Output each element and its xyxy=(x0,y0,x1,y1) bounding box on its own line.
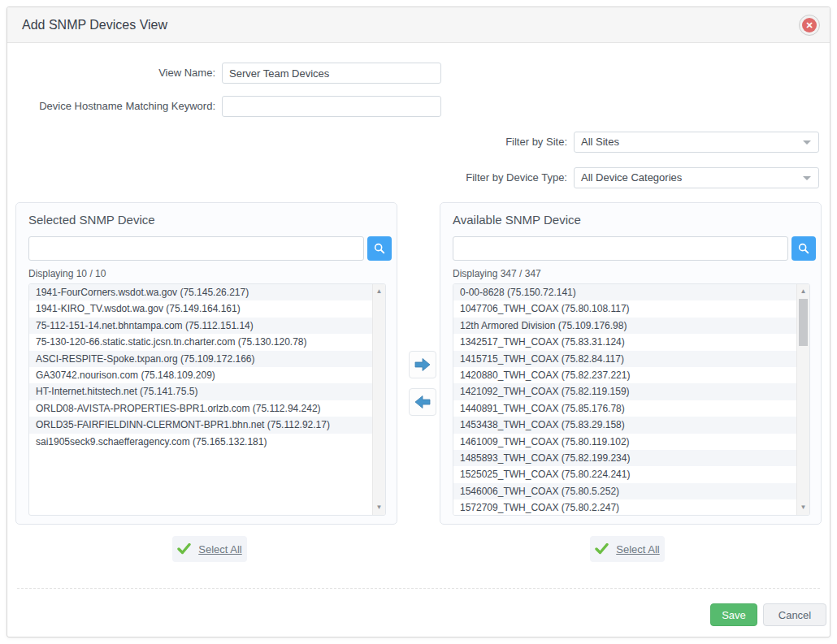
chevron-down-icon xyxy=(803,140,811,145)
available-search-input[interactable] xyxy=(453,236,788,261)
view-name-label: View Name: xyxy=(7,63,215,84)
list-item[interactable]: 1421092_TWH_COAX (75.82.119.159) xyxy=(453,383,796,400)
close-icon: ✕ xyxy=(802,18,817,32)
scrollbar-thumb[interactable] xyxy=(799,299,808,346)
cancel-button[interactable]: Cancel xyxy=(763,603,826,626)
scroll-up-icon[interactable]: ▲ xyxy=(373,286,385,297)
keyword-label: Device Hostname Matching Keyword: xyxy=(7,96,215,117)
list-item[interactable]: 1525025_TWH_COAX (75.80.224.241) xyxy=(453,466,796,482)
scroll-up-icon[interactable]: ▲ xyxy=(797,286,809,297)
list-item[interactable]: GA30742.nourison.com (75.148.109.209) xyxy=(29,367,372,383)
selected-search-button[interactable] xyxy=(367,236,392,261)
list-item[interactable]: ORLD08-AVISTA-PROPERTIES-BPR1.orlzb.com … xyxy=(29,400,372,417)
filter-type-select[interactable]: All Device Categories xyxy=(574,167,819,188)
green-check-icon xyxy=(595,543,609,555)
move-left-button[interactable] xyxy=(409,388,436,416)
selected-panel-title: Selected SNMP Device xyxy=(28,213,155,227)
selected-search-input[interactable] xyxy=(28,236,364,261)
scroll-down-icon[interactable]: ▼ xyxy=(373,502,385,513)
filter-type-label: Filter by Device Type: xyxy=(323,167,567,188)
view-name-input[interactable] xyxy=(222,63,441,84)
filter-site-value: All Sites xyxy=(581,136,619,148)
list-item[interactable]: 1941-KIRO_TV.wsdot.wa.gov (75.149.164.16… xyxy=(29,300,372,317)
list-item[interactable]: 1342517_TWH_COAX (75.83.31.124) xyxy=(453,334,796,350)
available-search-button[interactable] xyxy=(791,236,816,261)
save-button[interactable]: Save xyxy=(710,603,757,626)
available-panel-title: Available SNMP Device xyxy=(453,213,581,227)
magnifier-icon xyxy=(373,242,386,255)
list-item[interactable]: sai1905seck9.schaefferagency.com (75.165… xyxy=(29,434,372,450)
list-item[interactable]: 1941-FourCorners.wsdot.wa.gov (75.145.26… xyxy=(29,284,372,300)
selected-select-all-button[interactable]: Select All xyxy=(172,536,247,562)
filter-site-label: Filter by Site: xyxy=(323,132,567,153)
list-item[interactable]: 1461009_TWH_COAX (75.80.119.102) xyxy=(453,434,796,450)
selected-devices-panel: Selected SNMP Device Displaying 10 / 10 … xyxy=(15,202,397,525)
magnifier-icon xyxy=(797,242,810,255)
add-snmp-devices-view-dialog: Add SNMP Devices View ✕ View Name: Devic… xyxy=(7,6,830,638)
list-item[interactable]: 1415715_TWH_COAX (75.82.84.117) xyxy=(453,351,796,367)
green-check-icon xyxy=(177,543,191,555)
filter-site-select[interactable]: All Sites xyxy=(574,132,819,153)
list-item[interactable]: 12th Armored Division (75.109.176.98) xyxy=(453,318,796,334)
list-item[interactable]: 1440891_TWH_COAX (75.85.176.78) xyxy=(453,400,796,417)
list-item[interactable]: 0-00-8628 (75.150.72.141) xyxy=(453,284,796,300)
select-all-label: Select All xyxy=(198,543,241,555)
dialog-title: Add SNMP Devices View xyxy=(22,18,167,32)
list-item[interactable]: 1546006_TWH_COAX (75.80.5.252) xyxy=(453,483,796,499)
selected-list-scrollbar[interactable]: ▲ ▼ xyxy=(372,284,385,515)
list-item[interactable]: 1485893_TWH_COAX (75.82.199.234) xyxy=(453,450,796,466)
select-all-label: Select All xyxy=(616,543,659,555)
list-item[interactable]: HT-Internet.hitstech.net (75.141.75.5) xyxy=(29,383,372,400)
list-item[interactable]: ASCI-RESPITE-Spoke.txpan.org (75.109.172… xyxy=(29,351,372,367)
close-button[interactable]: ✕ xyxy=(799,15,820,36)
available-displaying-count: Displaying 347 / 347 xyxy=(453,268,541,279)
chevron-down-icon xyxy=(803,176,811,180)
arrow-left-icon xyxy=(414,394,432,410)
selected-displaying-count: Displaying 10 / 10 xyxy=(28,268,106,279)
list-item[interactable]: 75-112-151-14.net.bhntampa.com (75.112.1… xyxy=(29,318,372,334)
dialog-titlebar: Add SNMP Devices View xyxy=(7,7,830,43)
available-select-all-button[interactable]: Select All xyxy=(590,536,665,562)
available-device-list: 0-00-8628 (75.150.72.141)1047706_TWH_COA… xyxy=(453,283,810,516)
keyword-input[interactable] xyxy=(222,96,441,117)
available-devices-panel: Available SNMP Device Displaying 347 / 3… xyxy=(440,202,822,525)
available-list-scrollbar[interactable]: ▲ ▼ xyxy=(796,284,809,515)
list-item[interactable]: 1047706_TWH_COAX (75.80.108.117) xyxy=(453,300,796,317)
list-item[interactable]: 1453438_TWH_COAX (75.83.29.158) xyxy=(453,417,796,433)
arrow-right-icon xyxy=(414,357,432,373)
list-item[interactable]: ORLD35-FAIRFIELDINN-CLERMONT-BPR1.bhn.ne… xyxy=(29,417,372,433)
list-item[interactable]: 1420880_TWH_COAX (75.82.237.221) xyxy=(453,367,796,383)
list-item[interactable]: 75-130-120-66.static.static.jcsn.tn.char… xyxy=(29,334,372,350)
move-right-button[interactable] xyxy=(409,351,436,378)
footer-divider xyxy=(17,588,820,589)
filter-type-value: All Device Categories xyxy=(581,171,682,184)
scroll-down-icon[interactable]: ▼ xyxy=(797,502,809,513)
list-item[interactable]: 1572709_TWH_COAX (75.80.2.247) xyxy=(453,499,796,516)
selected-device-list: 1941-FourCorners.wsdot.wa.gov (75.145.26… xyxy=(28,283,386,516)
